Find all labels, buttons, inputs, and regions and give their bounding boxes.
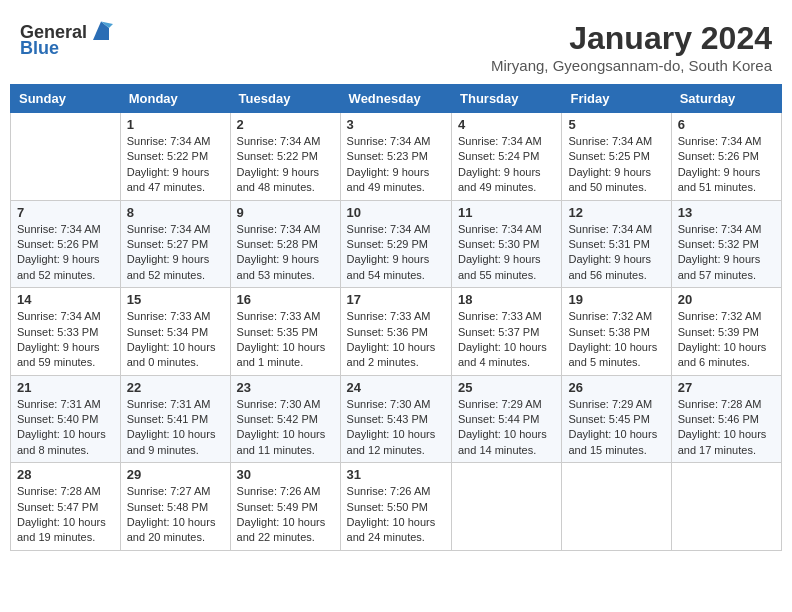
calendar-cell: 2Sunrise: 7:34 AM Sunset: 5:22 PM Daylig… — [230, 113, 340, 201]
day-number: 31 — [347, 467, 445, 482]
day-number: 2 — [237, 117, 334, 132]
day-info: Sunrise: 7:26 AM Sunset: 5:50 PM Dayligh… — [347, 484, 445, 546]
calendar-week-row: 1Sunrise: 7:34 AM Sunset: 5:22 PM Daylig… — [11, 113, 782, 201]
calendar-cell: 8Sunrise: 7:34 AM Sunset: 5:27 PM Daylig… — [120, 200, 230, 288]
calendar-week-row: 7Sunrise: 7:34 AM Sunset: 5:26 PM Daylig… — [11, 200, 782, 288]
day-info: Sunrise: 7:34 AM Sunset: 5:26 PM Dayligh… — [678, 134, 775, 196]
day-number: 16 — [237, 292, 334, 307]
day-info: Sunrise: 7:33 AM Sunset: 5:35 PM Dayligh… — [237, 309, 334, 371]
day-info: Sunrise: 7:26 AM Sunset: 5:49 PM Dayligh… — [237, 484, 334, 546]
calendar-cell: 16Sunrise: 7:33 AM Sunset: 5:35 PM Dayli… — [230, 288, 340, 376]
calendar-cell: 11Sunrise: 7:34 AM Sunset: 5:30 PM Dayli… — [452, 200, 562, 288]
day-info: Sunrise: 7:33 AM Sunset: 5:34 PM Dayligh… — [127, 309, 224, 371]
day-number: 8 — [127, 205, 224, 220]
day-info: Sunrise: 7:34 AM Sunset: 5:28 PM Dayligh… — [237, 222, 334, 284]
day-number: 26 — [568, 380, 664, 395]
calendar-cell: 21Sunrise: 7:31 AM Sunset: 5:40 PM Dayli… — [11, 375, 121, 463]
day-number: 10 — [347, 205, 445, 220]
calendar-cell: 26Sunrise: 7:29 AM Sunset: 5:45 PM Dayli… — [562, 375, 671, 463]
day-number: 9 — [237, 205, 334, 220]
weekday-header: Wednesday — [340, 85, 451, 113]
day-info: Sunrise: 7:34 AM Sunset: 5:22 PM Dayligh… — [237, 134, 334, 196]
calendar-cell: 14Sunrise: 7:34 AM Sunset: 5:33 PM Dayli… — [11, 288, 121, 376]
weekday-header: Monday — [120, 85, 230, 113]
weekday-header: Thursday — [452, 85, 562, 113]
logo-blue: Blue — [20, 38, 59, 59]
calendar-week-row: 21Sunrise: 7:31 AM Sunset: 5:40 PM Dayli… — [11, 375, 782, 463]
day-number: 7 — [17, 205, 114, 220]
day-number: 19 — [568, 292, 664, 307]
calendar-week-row: 28Sunrise: 7:28 AM Sunset: 5:47 PM Dayli… — [11, 463, 782, 551]
day-info: Sunrise: 7:28 AM Sunset: 5:47 PM Dayligh… — [17, 484, 114, 546]
calendar-cell: 6Sunrise: 7:34 AM Sunset: 5:26 PM Daylig… — [671, 113, 781, 201]
day-number: 29 — [127, 467, 224, 482]
calendar-week-row: 14Sunrise: 7:34 AM Sunset: 5:33 PM Dayli… — [11, 288, 782, 376]
month-title: January 2024 — [491, 20, 772, 57]
day-info: Sunrise: 7:31 AM Sunset: 5:40 PM Dayligh… — [17, 397, 114, 459]
calendar-cell: 13Sunrise: 7:34 AM Sunset: 5:32 PM Dayli… — [671, 200, 781, 288]
calendar-cell: 30Sunrise: 7:26 AM Sunset: 5:49 PM Dayli… — [230, 463, 340, 551]
day-number: 13 — [678, 205, 775, 220]
title-section: January 2024 Miryang, Gyeongsannam-do, S… — [491, 20, 772, 74]
calendar-cell: 20Sunrise: 7:32 AM Sunset: 5:39 PM Dayli… — [671, 288, 781, 376]
day-info: Sunrise: 7:34 AM Sunset: 5:23 PM Dayligh… — [347, 134, 445, 196]
weekday-header: Tuesday — [230, 85, 340, 113]
day-number: 20 — [678, 292, 775, 307]
day-number: 17 — [347, 292, 445, 307]
calendar-cell: 19Sunrise: 7:32 AM Sunset: 5:38 PM Dayli… — [562, 288, 671, 376]
day-number: 15 — [127, 292, 224, 307]
day-number: 6 — [678, 117, 775, 132]
calendar-cell: 7Sunrise: 7:34 AM Sunset: 5:26 PM Daylig… — [11, 200, 121, 288]
calendar-cell: 23Sunrise: 7:30 AM Sunset: 5:42 PM Dayli… — [230, 375, 340, 463]
day-info: Sunrise: 7:31 AM Sunset: 5:41 PM Dayligh… — [127, 397, 224, 459]
calendar-cell: 28Sunrise: 7:28 AM Sunset: 5:47 PM Dayli… — [11, 463, 121, 551]
logo-icon — [89, 20, 113, 44]
day-number: 14 — [17, 292, 114, 307]
day-info: Sunrise: 7:27 AM Sunset: 5:48 PM Dayligh… — [127, 484, 224, 546]
weekday-header: Friday — [562, 85, 671, 113]
calendar-cell: 10Sunrise: 7:34 AM Sunset: 5:29 PM Dayli… — [340, 200, 451, 288]
day-info: Sunrise: 7:34 AM Sunset: 5:33 PM Dayligh… — [17, 309, 114, 371]
calendar-cell — [562, 463, 671, 551]
day-info: Sunrise: 7:30 AM Sunset: 5:42 PM Dayligh… — [237, 397, 334, 459]
calendar-cell: 4Sunrise: 7:34 AM Sunset: 5:24 PM Daylig… — [452, 113, 562, 201]
day-info: Sunrise: 7:33 AM Sunset: 5:36 PM Dayligh… — [347, 309, 445, 371]
day-info: Sunrise: 7:34 AM Sunset: 5:22 PM Dayligh… — [127, 134, 224, 196]
calendar-cell: 29Sunrise: 7:27 AM Sunset: 5:48 PM Dayli… — [120, 463, 230, 551]
calendar-cell: 15Sunrise: 7:33 AM Sunset: 5:34 PM Dayli… — [120, 288, 230, 376]
day-info: Sunrise: 7:29 AM Sunset: 5:44 PM Dayligh… — [458, 397, 555, 459]
day-number: 4 — [458, 117, 555, 132]
day-number: 27 — [678, 380, 775, 395]
calendar-cell: 22Sunrise: 7:31 AM Sunset: 5:41 PM Dayli… — [120, 375, 230, 463]
day-number: 28 — [17, 467, 114, 482]
day-number: 21 — [17, 380, 114, 395]
day-number: 25 — [458, 380, 555, 395]
day-info: Sunrise: 7:28 AM Sunset: 5:46 PM Dayligh… — [678, 397, 775, 459]
calendar-cell — [671, 463, 781, 551]
calendar-cell: 5Sunrise: 7:34 AM Sunset: 5:25 PM Daylig… — [562, 113, 671, 201]
day-info: Sunrise: 7:34 AM Sunset: 5:32 PM Dayligh… — [678, 222, 775, 284]
day-number: 12 — [568, 205, 664, 220]
day-number: 30 — [237, 467, 334, 482]
calendar-cell: 17Sunrise: 7:33 AM Sunset: 5:36 PM Dayli… — [340, 288, 451, 376]
day-info: Sunrise: 7:33 AM Sunset: 5:37 PM Dayligh… — [458, 309, 555, 371]
location-subtitle: Miryang, Gyeongsannam-do, South Korea — [491, 57, 772, 74]
calendar-cell: 31Sunrise: 7:26 AM Sunset: 5:50 PM Dayli… — [340, 463, 451, 551]
calendar-cell — [452, 463, 562, 551]
calendar-cell: 12Sunrise: 7:34 AM Sunset: 5:31 PM Dayli… — [562, 200, 671, 288]
day-info: Sunrise: 7:30 AM Sunset: 5:43 PM Dayligh… — [347, 397, 445, 459]
day-info: Sunrise: 7:34 AM Sunset: 5:26 PM Dayligh… — [17, 222, 114, 284]
calendar-cell: 3Sunrise: 7:34 AM Sunset: 5:23 PM Daylig… — [340, 113, 451, 201]
day-info: Sunrise: 7:32 AM Sunset: 5:39 PM Dayligh… — [678, 309, 775, 371]
calendar-cell: 9Sunrise: 7:34 AM Sunset: 5:28 PM Daylig… — [230, 200, 340, 288]
calendar-cell: 18Sunrise: 7:33 AM Sunset: 5:37 PM Dayli… — [452, 288, 562, 376]
day-number: 11 — [458, 205, 555, 220]
calendar-header-row: SundayMondayTuesdayWednesdayThursdayFrid… — [11, 85, 782, 113]
day-info: Sunrise: 7:34 AM Sunset: 5:25 PM Dayligh… — [568, 134, 664, 196]
calendar-cell: 25Sunrise: 7:29 AM Sunset: 5:44 PM Dayli… — [452, 375, 562, 463]
calendar-cell: 1Sunrise: 7:34 AM Sunset: 5:22 PM Daylig… — [120, 113, 230, 201]
day-info: Sunrise: 7:34 AM Sunset: 5:27 PM Dayligh… — [127, 222, 224, 284]
day-info: Sunrise: 7:29 AM Sunset: 5:45 PM Dayligh… — [568, 397, 664, 459]
day-info: Sunrise: 7:34 AM Sunset: 5:30 PM Dayligh… — [458, 222, 555, 284]
calendar-cell — [11, 113, 121, 201]
